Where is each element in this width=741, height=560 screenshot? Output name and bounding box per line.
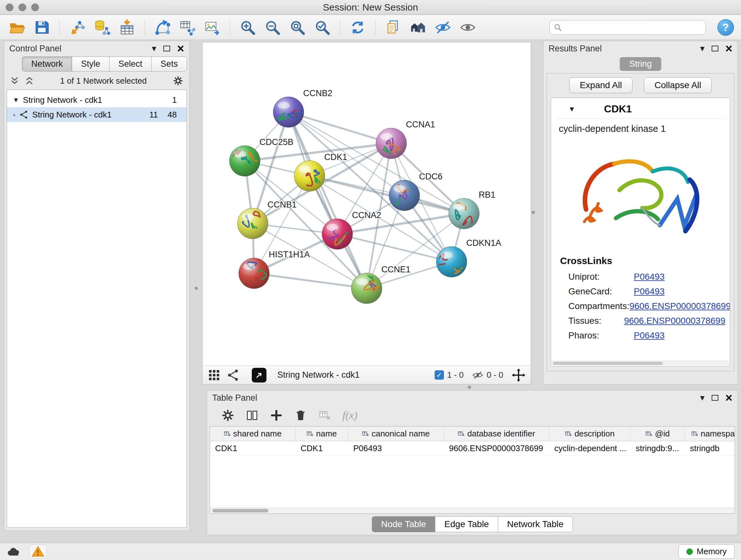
crosslink-value[interactable]: 9606.ENSP00000378699 <box>624 316 725 326</box>
expand-all-networks-icon[interactable] <box>24 76 34 85</box>
network-node-ccne1[interactable] <box>351 273 382 304</box>
panel-close-icon[interactable]: × <box>725 44 732 53</box>
network-node-hist1h1a[interactable] <box>239 258 269 292</box>
panel-menu-icon[interactable]: ▾ <box>700 44 704 53</box>
zoom-window-button[interactable] <box>31 3 39 11</box>
network-row[interactable]: ● String Network - cdk1 11 48 <box>7 107 186 122</box>
function-builder-icon[interactable]: f(x) <box>342 409 357 422</box>
table-horizontal-scrollbar[interactable] <box>210 508 735 513</box>
network-node-cdc25b[interactable] <box>229 145 260 176</box>
tab-node-table[interactable]: Node Table <box>372 516 435 532</box>
column-header-shared-name[interactable]: shared name <box>210 427 295 441</box>
network-edge-ccnb2-ccna1[interactable] <box>288 112 391 143</box>
network-node-cdk1[interactable] <box>294 161 325 191</box>
network-canvas[interactable]: CCNB2CCNA1CDC25BCDK1CDC6RB1CCNB1CCNA2CDK… <box>203 43 531 366</box>
network-from-table-button[interactable] <box>178 17 197 37</box>
network-options-gear-icon[interactable] <box>173 75 184 86</box>
column-header-description[interactable]: description <box>549 427 630 441</box>
network-node-ccna2[interactable] <box>322 219 353 249</box>
table-row[interactable]: CDK1CDK1P064939606.ENSP00000378699cyclin… <box>210 441 735 456</box>
tab-network[interactable]: Network <box>22 57 72 71</box>
open-in-new-window-button[interactable] <box>252 368 266 382</box>
table-scrollbar-thumb[interactable] <box>212 509 268 512</box>
crosslink-value[interactable]: P06493 <box>634 272 665 282</box>
clear-table-icon[interactable] <box>318 409 332 422</box>
help-button[interactable]: ? <box>718 19 734 36</box>
zoom-out-button[interactable] <box>263 17 282 37</box>
network-overview-icon[interactable] <box>227 369 240 381</box>
delete-column-icon[interactable] <box>294 409 307 422</box>
refresh-layout-button[interactable] <box>348 17 367 37</box>
home-view-button[interactable] <box>408 17 428 37</box>
zoom-selected-button[interactable] <box>313 17 332 37</box>
left-splitter-handle[interactable] <box>195 287 198 290</box>
selected-indicator-checkbox[interactable]: ✓ <box>434 370 444 380</box>
column-header-canonical-name[interactable]: canonical name <box>348 427 444 441</box>
import-table-button[interactable] <box>117 17 137 37</box>
crosslink-value[interactable]: P06493 <box>634 287 665 297</box>
import-network-file-button[interactable] <box>67 17 87 37</box>
network-edge-cdk1-rb1[interactable] <box>310 176 464 213</box>
panel-menu-icon[interactable]: ▾ <box>152 44 156 53</box>
entry-disclosure-icon[interactable]: ▼ <box>568 105 576 113</box>
search-input[interactable] <box>565 22 702 32</box>
zoom-fit-button[interactable] <box>287 17 307 37</box>
results-scrollbar[interactable] <box>552 361 729 366</box>
network-edge-ccnb2-ccne1[interactable] <box>288 112 367 288</box>
column-header-namespac[interactable]: namespac <box>685 427 735 441</box>
column-header-database-identifier[interactable]: database identifier <box>444 427 549 441</box>
tab-sets[interactable]: Sets <box>151 57 187 71</box>
fit-content-icon[interactable] <box>512 368 526 382</box>
export-image-button[interactable] <box>202 17 222 37</box>
network-collection-row[interactable]: ▼ String Network - cdk1 1 <box>7 92 186 107</box>
show-all-button[interactable] <box>458 17 478 37</box>
tab-style[interactable]: Style <box>72 57 110 71</box>
hide-selected-button[interactable] <box>433 17 453 37</box>
copy-document-button[interactable] <box>383 17 403 37</box>
toolbar-search[interactable] <box>549 20 706 35</box>
tab-select[interactable]: Select <box>109 57 151 71</box>
minimize-window-button[interactable] <box>18 3 26 11</box>
birds-eye-view-icon[interactable] <box>208 369 220 381</box>
table-options-gear-icon[interactable] <box>221 409 234 422</box>
memory-button[interactable]: Memory <box>678 544 735 559</box>
network-node-cdkn1a[interactable] <box>436 246 467 277</box>
right-splitter-handle[interactable] <box>532 211 535 214</box>
open-session-button[interactable] <box>7 17 27 37</box>
panel-float-icon[interactable] <box>163 46 170 51</box>
network-edge-hist1h1a-ccne1[interactable] <box>254 273 367 288</box>
warning-icon[interactable] <box>29 545 47 558</box>
panel-close-icon[interactable]: × <box>725 393 732 402</box>
import-network-database-button[interactable] <box>92 17 112 37</box>
crosslink-value[interactable]: 9606.ENSP00000378699 <box>629 301 730 311</box>
new-network-button[interactable] <box>152 17 172 37</box>
tab-edge-table[interactable]: Edge Table <box>435 516 498 532</box>
zoom-in-button[interactable] <box>238 17 258 37</box>
network-node-ccna1[interactable] <box>376 128 407 159</box>
close-window-button[interactable] <box>6 3 13 11</box>
collapse-all-button[interactable]: Collapse All <box>644 77 712 93</box>
bottom-splitter-handle[interactable] <box>468 386 471 389</box>
network-node-rb1[interactable] <box>449 198 479 229</box>
column-header--id[interactable]: @id <box>630 427 685 441</box>
network-view[interactable]: CCNB2CCNA1CDC25BCDK1CDC6RB1CCNB1CCNA2CDK… <box>202 42 531 384</box>
panel-float-icon[interactable] <box>712 46 718 51</box>
panel-float-icon[interactable] <box>712 395 718 401</box>
network-node-cdc6[interactable] <box>389 180 420 211</box>
add-column-icon[interactable] <box>270 409 283 422</box>
results-scrollbar-thumb[interactable] <box>553 362 663 365</box>
collection-disclosure-icon[interactable]: ▼ <box>13 97 19 104</box>
cloud-status-icon[interactable] <box>6 546 20 557</box>
save-session-button[interactable] <box>32 17 52 37</box>
crosslink-value[interactable]: P06493 <box>634 330 665 341</box>
tab-string[interactable]: String <box>620 57 662 71</box>
network-node-ccnb1[interactable] <box>238 208 268 239</box>
collapse-all-networks-icon[interactable] <box>10 76 19 85</box>
panel-close-icon[interactable]: × <box>177 44 184 53</box>
column-header-name[interactable]: name <box>295 427 348 441</box>
panel-menu-icon[interactable]: ▾ <box>700 393 704 402</box>
expand-all-button[interactable]: Expand All <box>569 77 632 93</box>
protein-entry-header[interactable]: ▼ CDK1 <box>556 101 725 118</box>
show-columns-icon[interactable] <box>246 409 259 422</box>
tab-network-table[interactable]: Network Table <box>498 516 573 532</box>
